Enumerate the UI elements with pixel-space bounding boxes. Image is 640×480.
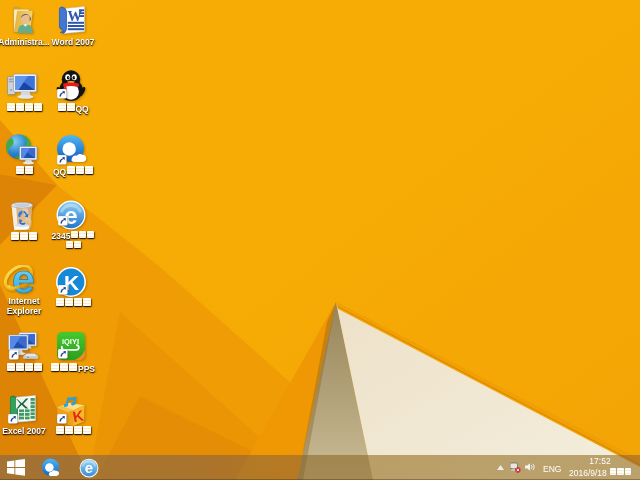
- svg-text:e: e: [12, 265, 35, 299]
- svg-text:e: e: [85, 459, 93, 476]
